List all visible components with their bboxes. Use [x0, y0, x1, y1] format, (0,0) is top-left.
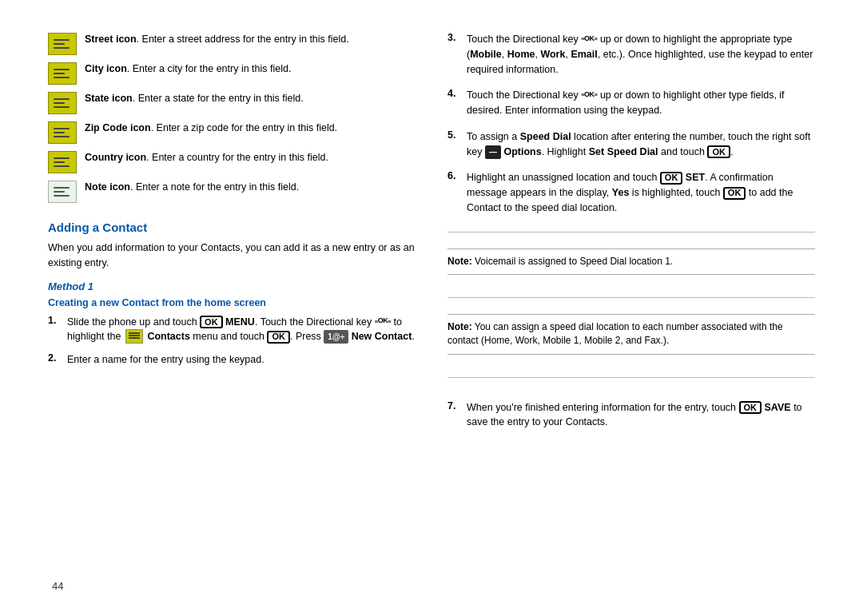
list-item: 3. Touch the Directional key ≡OK≡ up or …: [447, 32, 815, 77]
new-contact-btn: 1@÷: [324, 330, 348, 344]
ok-button-7: OK: [739, 401, 762, 414]
list-item: Note icon. Enter a note for the entry in…: [48, 180, 416, 203]
list-item: Country icon. Enter a country for the en…: [48, 150, 416, 173]
list-item: City icon. Enter a city for the entry in…: [48, 62, 416, 85]
step-3-text: Touch the Directional key ≡OK≡ up or dow…: [467, 32, 815, 77]
note-box-1: Note: Voicemail is assigned to Speed Dia…: [447, 248, 815, 275]
list-item: 2. Enter a name for the entry using the …: [48, 352, 416, 368]
ok-button-inline-2: OK: [267, 331, 290, 344]
list-item: 4. Touch the Directional key ≡OK≡ up or …: [447, 88, 815, 118]
divider-1: [447, 232, 815, 232]
right-steps-list: 3. Touch the Directional key ≡OK≡ up or …: [447, 32, 815, 216]
state-icon-label: State icon. Enter a state for the entry …: [85, 91, 416, 105]
ok-button-5: OK: [707, 145, 730, 158]
step-number: 6.: [447, 170, 460, 181]
adding-contact-body: When you add information to your Contact…: [48, 240, 416, 271]
city-icon: [48, 62, 77, 85]
step-number: 5.: [447, 129, 460, 141]
city-icon-label: City icon. Enter a city for the entry in…: [85, 62, 416, 76]
ok-button-inline: OK: [200, 316, 223, 328]
method-title: Method 1: [48, 280, 416, 292]
ok-button-6: OK: [660, 172, 683, 185]
left-column: Street icon. Enter a street address for …: [48, 32, 416, 584]
right-section: 3. Touch the Directional key ≡OK≡ up or …: [447, 32, 815, 584]
right-column: 3. Touch the Directional key ≡OK≡ up or …: [447, 32, 815, 584]
step-number: 2.: [48, 352, 61, 364]
list-item: State icon. Enter a state for the entry …: [48, 91, 416, 114]
step-number: 1.: [48, 315, 61, 326]
street-icon-label: Street icon. Enter a street address for …: [85, 32, 416, 46]
steps-list: 1. Slide the phone up and touch OK MENU.…: [48, 315, 416, 368]
step-number: 3.: [447, 32, 460, 43]
note-icon-label: Note icon. Enter a note for the entry in…: [85, 180, 416, 194]
country-icon-label: Country icon. Enter a country for the en…: [85, 150, 416, 165]
list-item: 7. When you're finished entering informa…: [447, 400, 815, 431]
state-icon: [48, 92, 77, 114]
list-item: Street icon. Enter a street address for …: [48, 32, 416, 55]
divider-3: [447, 377, 815, 378]
list-item: Zip Code icon. Enter a zip code for the …: [48, 121, 416, 144]
step-5-text: To assign a Speed Dial location after en…: [467, 129, 815, 160]
divider-2: [447, 297, 815, 298]
dir-key-inline-4: ≡OK≡: [581, 89, 597, 101]
dir-key-inline-3: ≡OK≡: [581, 34, 597, 45]
list-item: 5. To assign a Speed Dial location after…: [447, 129, 815, 160]
icon-list: Street icon. Enter a street address for …: [48, 32, 416, 203]
zip-icon: [48, 121, 77, 144]
step-1-text: Slide the phone up and touch OK MENU. To…: [67, 315, 416, 345]
list-item: 1. Slide the phone up and touch OK MENU.…: [48, 315, 416, 345]
step-7-text: When you're finished entering informatio…: [467, 400, 815, 431]
step-number: 7.: [447, 400, 460, 411]
step-number: 4.: [447, 88, 460, 99]
step-4-text: Touch the Directional key ≡OK≡ up or dow…: [467, 88, 815, 118]
ok-button-6b: OK: [723, 187, 746, 200]
page: Street icon. Enter a street address for …: [0, 0, 863, 616]
note-box-2: Note: You can assign a speed dial locati…: [447, 314, 815, 355]
options-btn: —: [485, 145, 501, 159]
note-icon: [48, 181, 77, 203]
contacts-icon-inline: [125, 329, 143, 344]
sub-section-title: Creating a new Contact from the home scr…: [48, 297, 416, 308]
street-icon: [48, 33, 77, 55]
country-icon: [48, 151, 77, 173]
step-6-text: Highlight an unassigned location and tou…: [467, 170, 815, 215]
page-number: 44: [52, 580, 63, 592]
list-item: 6. Highlight an unassigned location and …: [447, 170, 815, 215]
step-2-text: Enter a name for the entry using the key…: [67, 352, 416, 368]
dir-key-inline: ≡OK≡: [375, 316, 391, 327]
zip-icon-label: Zip Code icon. Enter a zip code for the …: [85, 121, 416, 135]
adding-contact-title: Adding a Contact: [48, 221, 416, 234]
